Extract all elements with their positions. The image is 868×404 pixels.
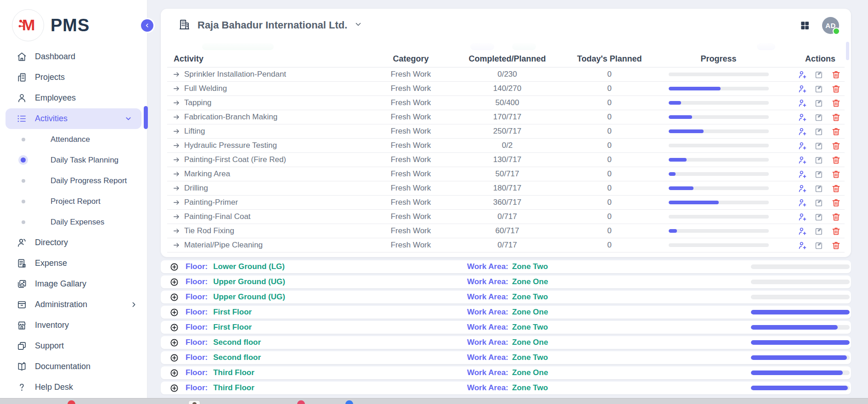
apps-grid-icon[interactable] <box>800 20 810 31</box>
plus-circle-icon[interactable] <box>170 354 179 362</box>
edit-icon[interactable] <box>814 84 824 94</box>
edit-icon[interactable] <box>814 127 824 136</box>
sidebar-subitem-attendance[interactable]: Attendance <box>0 129 147 150</box>
delete-icon[interactable] <box>831 241 841 250</box>
taskbar-app-icon[interactable] <box>345 400 353 404</box>
plus-circle-icon[interactable] <box>170 263 179 271</box>
scrollbar-thumb[interactable] <box>846 42 849 60</box>
taskbar-app-icon[interactable] <box>297 400 305 404</box>
plus-circle-icon[interactable] <box>170 384 179 393</box>
add-user-icon[interactable] <box>798 112 807 122</box>
delete-icon[interactable] <box>831 84 841 94</box>
edit-icon[interactable] <box>814 184 824 193</box>
plus-circle-icon[interactable] <box>170 278 179 286</box>
sidebar-item-label: Image Gallary <box>35 279 86 289</box>
arrow-right-icon <box>173 71 180 78</box>
delete-icon[interactable] <box>831 226 841 236</box>
add-user-icon[interactable] <box>798 127 807 136</box>
sidebar-subitem-daily-task-planning[interactable]: Daily Task Planning <box>0 150 147 170</box>
delete-icon[interactable] <box>831 184 841 193</box>
category-cell: Fresh Work <box>364 82 458 96</box>
sidebar-item-label: Administration <box>35 300 87 309</box>
edit-icon[interactable] <box>814 70 824 79</box>
edit-icon[interactable] <box>814 212 824 222</box>
sidebar-item-documentation[interactable]: Documentation <box>0 356 147 377</box>
delete-icon[interactable] <box>831 155 841 165</box>
add-user-icon[interactable] <box>798 184 807 193</box>
edit-icon[interactable] <box>814 141 824 151</box>
edit-icon[interactable] <box>814 198 824 208</box>
sidebar-subitem-label: Attendance <box>51 135 90 144</box>
add-user-icon[interactable] <box>798 70 807 79</box>
add-user-icon[interactable] <box>798 169 807 179</box>
floor-value: First Floor <box>213 323 252 332</box>
taskbar-app-icon[interactable] <box>188 400 200 404</box>
sidebar-subitem-project-report[interactable]: Project Report <box>0 191 147 212</box>
floor-value: First Floor <box>213 308 252 317</box>
home-icon <box>17 51 27 62</box>
sidebar-item-dashboard[interactable]: Dashboard <box>0 46 147 67</box>
add-user-icon[interactable] <box>798 226 807 236</box>
sidebar-item-image-gallary[interactable]: Image Gallary <box>0 274 147 294</box>
plus-circle-icon[interactable] <box>170 369 179 377</box>
sidebar-item-activities[interactable]: Activities <box>6 108 141 129</box>
delete-icon[interactable] <box>831 112 841 122</box>
sidebar-item-administration[interactable]: Administration <box>0 294 147 315</box>
category-cell: Fresh Work <box>364 110 458 124</box>
floor-label: Floor: <box>186 308 208 317</box>
plus-circle-icon[interactable] <box>170 323 179 332</box>
plus-circle-icon[interactable] <box>170 293 179 302</box>
user-avatar[interactable]: AD <box>822 17 839 34</box>
add-user-icon[interactable] <box>798 98 807 108</box>
sidebar-item-projects[interactable]: Projects <box>0 67 147 88</box>
sidebar-item-inventory[interactable]: Inventory <box>0 315 147 336</box>
activity-table-row: Hydraulic Pressure Testing Fresh Work 0/… <box>167 139 845 153</box>
logo-text: PMS <box>51 16 90 35</box>
taskbar-app-icon[interactable] <box>68 400 75 404</box>
completed-planned-cell: 250/717 <box>458 124 557 139</box>
edit-icon[interactable] <box>814 226 824 236</box>
arrow-right-icon <box>173 213 180 220</box>
add-user-icon[interactable] <box>798 241 807 250</box>
work-area-value: Zone Two <box>512 262 548 271</box>
company-selector[interactable]: Raja Bahadur International Ltd. <box>178 18 362 33</box>
add-user-icon[interactable] <box>798 198 807 208</box>
add-user-icon[interactable] <box>798 155 807 165</box>
delete-icon[interactable] <box>831 141 841 151</box>
arrow-right-icon <box>173 85 180 92</box>
completed-planned-cell: 0/230 <box>458 67 557 82</box>
delete-icon[interactable] <box>831 127 841 136</box>
floor-value: Upper Ground (UG) <box>213 292 285 302</box>
delete-icon[interactable] <box>831 198 841 208</box>
floor-value: Third Floor <box>213 383 254 393</box>
sidebar-item-expense[interactable]: Expense <box>0 253 147 274</box>
delete-icon[interactable] <box>831 98 841 108</box>
edit-icon[interactable] <box>814 169 824 179</box>
sidebar-item-label: Projects <box>35 73 65 82</box>
floor-progress-bar <box>751 386 850 390</box>
delete-icon[interactable] <box>831 212 841 222</box>
plus-circle-icon[interactable] <box>170 308 179 317</box>
sidebar-subitem-daily-expenses[interactable]: Daily Expenses <box>0 212 147 232</box>
activity-name: Hydraulic Pressure Testing <box>184 141 277 150</box>
edit-icon[interactable] <box>814 112 824 122</box>
edit-icon[interactable] <box>814 155 824 165</box>
sidebar-item-employees[interactable]: Employees <box>0 88 147 108</box>
plus-circle-icon[interactable] <box>170 338 179 347</box>
sidebar-item-label: Help Desk <box>35 382 73 392</box>
sidebar-item-directory[interactable]: Directory <box>0 232 147 253</box>
category-cell: Fresh Work <box>364 167 458 181</box>
sidebar: M PMS Dashboard Projects Employees <box>0 0 147 398</box>
add-user-icon[interactable] <box>798 212 807 222</box>
delete-icon[interactable] <box>831 70 841 79</box>
edit-icon[interactable] <box>814 241 824 250</box>
column-header-progress: Progress <box>662 51 775 67</box>
sidebar-collapse-button[interactable] <box>141 19 153 32</box>
sidebar-item-support[interactable]: Support <box>0 336 147 356</box>
add-user-icon[interactable] <box>798 84 807 94</box>
delete-icon[interactable] <box>831 169 841 179</box>
edit-icon[interactable] <box>814 98 824 108</box>
sidebar-item-help-desk[interactable]: Help Desk <box>0 377 147 398</box>
add-user-icon[interactable] <box>798 141 807 151</box>
sidebar-subitem-daily-progress-report[interactable]: Daily Progress Report <box>0 170 147 191</box>
